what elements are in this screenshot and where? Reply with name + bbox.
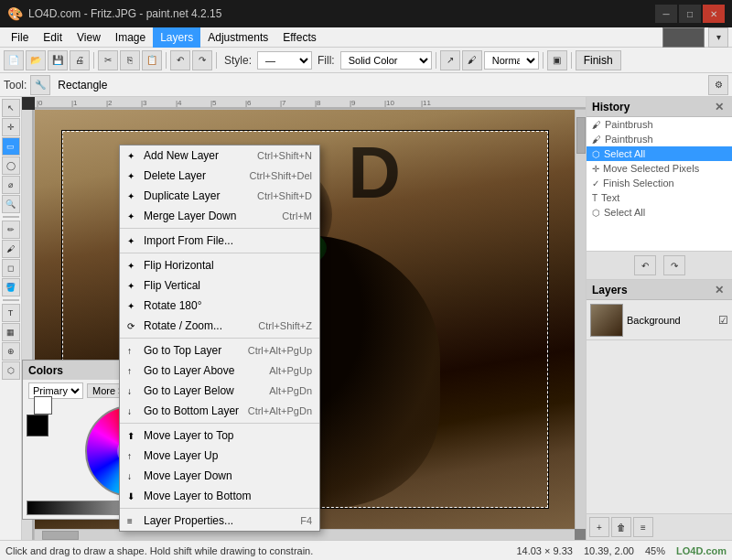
- menu-item-label: Layer Properties...: [144, 514, 233, 527]
- finish-button[interactable]: Finish: [576, 50, 621, 70]
- tool-gradient[interactable]: ▦: [2, 323, 20, 341]
- menu-image[interactable]: Image: [108, 27, 153, 48]
- history-item[interactable]: ✓ Finish Selection: [587, 176, 732, 190]
- menu-go-top[interactable]: ↑ Go to Top Layer Ctrl+Alt+PgUp: [120, 340, 319, 361]
- tool-recolor[interactable]: ⬡: [2, 361, 20, 380]
- settings-icon[interactable]: ⚙: [708, 75, 728, 95]
- print-btn[interactable]: 🖨: [70, 50, 90, 70]
- hscroll-thumb[interactable]: [42, 531, 79, 540]
- menu-duplicate-layer[interactable]: ✦ Duplicate Layer Ctrl+Shift+D: [120, 186, 319, 206]
- menu-effects[interactable]: Effects: [275, 27, 323, 48]
- history-item[interactable]: ⬡ Select All: [587, 205, 732, 220]
- tool-clone[interactable]: ⊕: [2, 342, 20, 361]
- layers-close[interactable]: ✕: [712, 283, 727, 297]
- opacity-btn[interactable]: ▣: [547, 50, 567, 70]
- menu-adjustments[interactable]: Adjustments: [200, 27, 275, 48]
- svg-text:|7: |7: [280, 99, 286, 107]
- dropdown-btn[interactable]: ▾: [708, 27, 728, 48]
- layers-dropdown-menu: ✦ Add New Layer Ctrl+Shift+N ✦ Delete La…: [119, 145, 320, 532]
- menu-move-top[interactable]: ⬆ Move Layer to Top: [120, 425, 319, 446]
- tool-pencil[interactable]: ✏: [2, 221, 20, 239]
- menu-item-label: Duplicate Layer: [144, 189, 220, 202]
- redo-history-btn[interactable]: ↷: [663, 255, 685, 275]
- tool-move[interactable]: ✛: [2, 118, 20, 136]
- history-item[interactable]: ✛ Move Selected Pixels: [587, 161, 732, 176]
- menu-flip-v[interactable]: ✦ Flip Vertical: [120, 275, 319, 296]
- menu-go-above[interactable]: ↑ Go to Layer Above Alt+PgUp: [120, 361, 319, 381]
- menu-flip-h[interactable]: ✦ Flip Horizontal: [120, 255, 319, 275]
- close-button[interactable]: ✕: [703, 5, 725, 23]
- open-btn[interactable]: 📂: [26, 50, 46, 70]
- layer-visibility[interactable]: ☑: [718, 314, 728, 327]
- menu-file[interactable]: File: [4, 27, 36, 48]
- window-title: LO4D.com - Fritz.JPG - paint.net 4.2.15: [28, 7, 221, 20]
- shortcut-label: Alt+PgUp: [269, 365, 312, 376]
- undo-btn[interactable]: ↶: [170, 50, 190, 70]
- layer-props-btn[interactable]: ≡: [633, 517, 653, 537]
- vscroll-thumb[interactable]: [576, 117, 586, 154]
- tool-zoom[interactable]: 🔍: [2, 195, 20, 213]
- tool-select[interactable]: ↖: [2, 99, 20, 117]
- menu-import[interactable]: ✦ Import From File...: [120, 231, 319, 251]
- menu-delete-layer[interactable]: ✦ Delete Layer Ctrl+Shift+Del: [120, 166, 319, 186]
- history-item[interactable]: 🖌 Paintbrush: [587, 117, 732, 132]
- history-item[interactable]: T Text: [587, 190, 732, 205]
- menu-rotate-zoom[interactable]: ⟳ Rotate / Zoom... Ctrl+Shift+Z: [120, 316, 319, 336]
- fill-select[interactable]: Solid Color: [340, 51, 432, 70]
- menu-item-label: Import From File...: [144, 234, 233, 247]
- menu-item-label: Delete Layer: [144, 169, 206, 182]
- shape-label: Rectangle: [58, 79, 107, 92]
- minimize-button[interactable]: ─: [655, 5, 677, 23]
- redo-btn[interactable]: ↷: [192, 50, 212, 70]
- tool-ellipse[interactable]: ◯: [2, 156, 20, 175]
- copy-btn[interactable]: ⎘: [120, 50, 140, 70]
- tool-lasso[interactable]: ⌀: [2, 176, 20, 194]
- layer-item-background[interactable]: Background ☑: [587, 300, 732, 340]
- history-item-label: Finish Selection: [603, 178, 674, 188]
- cut-btn[interactable]: ✂: [98, 50, 118, 70]
- ruler-horizontal: |0 |1 |2 |3 |4 |5 |6 |7 |8 |9 |10 |11: [35, 97, 586, 110]
- new-btn[interactable]: 📄: [4, 50, 24, 70]
- menu-add-layer[interactable]: ✦ Add New Layer Ctrl+Shift+N: [120, 145, 319, 166]
- maximize-button[interactable]: □: [679, 5, 701, 23]
- tool-rectangle[interactable]: ▭: [2, 137, 20, 156]
- menu-go-below[interactable]: ↓ Go to Layer Below Alt+PgDn: [120, 381, 319, 401]
- primary-color-swatch[interactable]: [27, 415, 48, 436]
- menu-go-bottom[interactable]: ↓ Go to Bottom Layer Ctrl+Alt+PgDn: [120, 401, 319, 421]
- menu-layers[interactable]: Layers: [153, 27, 200, 48]
- history-item-selected[interactable]: ⬡ Select All: [587, 146, 732, 161]
- paste-btn[interactable]: 📋: [142, 50, 162, 70]
- tool-fill[interactable]: 🪣: [2, 278, 20, 296]
- svg-text:|11: |11: [421, 99, 432, 107]
- mode-arrow[interactable]: ↗: [440, 50, 460, 70]
- paint-btn[interactable]: 🖌: [462, 50, 482, 70]
- tool-brush[interactable]: 🖌: [2, 240, 20, 258]
- move-bottom-icon: ⬇: [127, 491, 135, 501]
- delete-layer-btn[interactable]: 🗑: [611, 517, 631, 537]
- menu-move-up[interactable]: ↑ Move Layer Up: [120, 446, 319, 466]
- undo-history-btn[interactable]: ↶: [634, 255, 656, 275]
- history-close[interactable]: ✕: [712, 100, 727, 114]
- menu-divider: [120, 228, 319, 229]
- tool-eraser[interactable]: ◻: [2, 259, 20, 277]
- tool-icon[interactable]: 🔧: [30, 75, 50, 95]
- menu-layer-properties[interactable]: ≡ Layer Properties... F4: [120, 511, 319, 531]
- blend-select[interactable]: Normal: [484, 51, 539, 70]
- menu-move-down[interactable]: ↓ Move Layer Down: [120, 466, 319, 486]
- sep-lt2: [3, 299, 19, 301]
- title-area: 🎨 LO4D.com - Fritz.JPG - paint.net 4.2.1…: [7, 6, 221, 21]
- menu-merge-layer[interactable]: ✦ Merge Layer Down Ctrl+M: [120, 206, 319, 226]
- tool-text[interactable]: T: [2, 304, 20, 322]
- thumbnail-preview[interactable]: [662, 27, 705, 48]
- menu-move-bottom[interactable]: ⬇ Move Layer to Bottom: [120, 486, 319, 506]
- history-item[interactable]: 🖌 Paintbrush: [587, 132, 732, 146]
- menu-rotate180[interactable]: ✦ Rotate 180°: [120, 296, 319, 316]
- add-layer-btn[interactable]: +: [589, 517, 609, 537]
- svg-text:|6: |6: [245, 99, 252, 107]
- style-select[interactable]: —: [257, 51, 312, 70]
- menu-view[interactable]: View: [70, 27, 108, 48]
- secondary-color-swatch[interactable]: [34, 396, 52, 415]
- save-btn[interactable]: 💾: [48, 50, 68, 70]
- menu-edit[interactable]: Edit: [36, 27, 70, 48]
- vscrollbar[interactable]: [575, 110, 586, 529]
